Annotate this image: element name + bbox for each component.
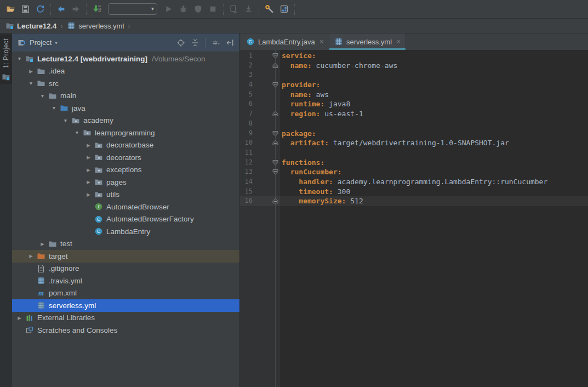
code-line[interactable]: 16 memorySize: 512 — [240, 196, 588, 206]
tree-row[interactable]: ▼learnprogramming — [12, 127, 239, 139]
expand-arrow-icon[interactable]: ▶ — [26, 69, 36, 74]
collapse-arrow-icon[interactable]: ▼ — [72, 130, 82, 135]
panel-title[interactable]: Project — [30, 38, 52, 47]
tree-row[interactable]: ▶External Libraries — [12, 312, 239, 325]
tree-row[interactable]: ▶decoratorbase — [12, 139, 239, 152]
code-line[interactable]: 10 artifact: target/webdrivertraining-1.… — [240, 138, 588, 148]
main-toolbar: 011001▾ — [0, 0, 588, 19]
close-icon[interactable]: × — [319, 38, 324, 45]
svg-text:C: C — [249, 39, 253, 44]
collapse-arrow-icon[interactable]: ▼ — [60, 118, 71, 123]
editor-tab[interactable]: CLambdaEntry.java× — [241, 33, 329, 50]
editor-tab[interactable]: serverless.yml× — [329, 33, 406, 50]
code-text: memorySize: 512 — [279, 196, 363, 206]
scratches-icon — [25, 326, 34, 334]
tree-row[interactable]: ▼Lecture12.4 [webdrivertraining]/Volumes… — [12, 53, 239, 65]
expand-arrow-icon[interactable]: ▶ — [83, 179, 94, 185]
collapse-arrow-icon[interactable]: ▼ — [37, 93, 48, 99]
collapse-arrow-icon[interactable]: ▼ — [26, 81, 36, 86]
code-line[interactable]: 13 runCucumber: — [240, 167, 588, 177]
code-line[interactable]: 5 name: aws — [240, 90, 588, 100]
run-configuration-combobox[interactable]: ▾ — [108, 3, 157, 15]
code-editor[interactable]: 1service:2 name: cucumber-chrome-aws34pr… — [240, 50, 588, 387]
expand-arrow-icon[interactable]: ▶ — [14, 315, 25, 321]
collapse-all-icon[interactable] — [190, 38, 199, 47]
tree-row[interactable]: ▼academy — [12, 115, 239, 127]
breadcrumb-item[interactable]: serverless.yml — [66, 21, 124, 30]
yaml-file-icon — [36, 276, 45, 285]
project-panel-header: Project ▾ — [12, 33, 239, 52]
code-line[interactable]: 15 timeout: 300 — [240, 187, 588, 197]
expand-arrow-icon[interactable]: ▶ — [83, 143, 94, 148]
breadcrumb-item[interactable]: Lecture12.4 — [5, 21, 56, 30]
code-text: package: — [279, 129, 316, 139]
tree-row[interactable]: ▶pages — [12, 176, 239, 189]
hide-panel-icon[interactable] — [225, 38, 235, 47]
run-icon — [161, 2, 176, 16]
settings-icon[interactable] — [262, 2, 277, 16]
yaml-file-icon — [334, 37, 343, 46]
code-line[interactable]: 8 — [240, 119, 588, 129]
tree-row[interactable]: ▼java — [12, 102, 239, 115]
code-line[interactable]: 3 — [240, 70, 588, 80]
tree-row[interactable]: .gitignore — [12, 263, 239, 275]
fold-end-icon[interactable] — [272, 198, 278, 204]
tree-row[interactable]: CAutomatedBrowserFactory — [12, 213, 239, 226]
fold-start-icon[interactable] — [272, 130, 278, 136]
back-icon[interactable] — [54, 2, 68, 16]
project-tool-window-button[interactable]: 1: Project — [0, 35, 12, 84]
expand-arrow-icon[interactable]: ▶ — [37, 241, 48, 247]
tree-row[interactable]: ▶decorators — [12, 151, 239, 164]
panel-header-separator — [205, 38, 205, 47]
tree-row[interactable]: .travis.yml — [12, 275, 239, 287]
expand-arrow-icon[interactable]: ▶ — [83, 192, 94, 197]
fold-start-icon[interactable] — [272, 53, 278, 59]
expand-arrow-icon[interactable]: ▶ — [83, 155, 94, 160]
tree-row[interactable]: ▶target — [12, 250, 239, 263]
code-line[interactable]: 12functions: — [240, 158, 588, 168]
tree-row[interactable]: ▶test — [12, 238, 239, 251]
tree-row[interactable]: CLambdaEntry — [12, 225, 239, 238]
code-line[interactable]: 14 handler: academy.learnprogramming.Lam… — [240, 177, 588, 187]
tree-item-label: utils — [106, 190, 119, 198]
code-line[interactable]: 2 name: cucumber-chrome-aws — [240, 61, 588, 71]
tree-row[interactable]: Scratches and Consoles — [12, 324, 239, 337]
expand-arrow-icon[interactable]: ▶ — [83, 167, 94, 173]
tree-row[interactable]: IAutomatedBrowser — [12, 201, 239, 213]
tree-row[interactable]: mpom.xml — [12, 287, 239, 300]
fold-start-icon[interactable] — [272, 160, 278, 166]
tree-row[interactable]: serverless.yml — [12, 299, 239, 312]
class-icon: C — [94, 215, 103, 224]
vcs-update-icon[interactable]: 011001 — [89, 2, 104, 16]
fold-start-icon[interactable] — [272, 169, 278, 175]
fold-end-icon[interactable] — [272, 62, 278, 69]
tree-row[interactable]: ▼main — [12, 90, 239, 103]
fold-start-icon[interactable] — [272, 82, 278, 88]
code-line[interactable]: 4provider: — [240, 80, 588, 90]
collapse-arrow-icon[interactable]: ▼ — [14, 56, 25, 61]
toolbar-separator — [259, 4, 259, 15]
expand-arrow-icon[interactable]: ▶ — [26, 253, 36, 259]
tree-row[interactable]: ▶.idea — [12, 65, 239, 78]
tree-item-label: .idea — [49, 67, 65, 75]
sync-icon[interactable] — [33, 2, 48, 16]
close-icon[interactable]: × — [396, 38, 401, 45]
tree-row[interactable]: ▼src — [12, 77, 239, 90]
code-line[interactable]: 1service: — [240, 51, 588, 61]
project-structure-icon[interactable] — [277, 2, 292, 16]
toolbar-separator — [294, 4, 295, 15]
collapse-arrow-icon[interactable]: ▼ — [49, 105, 59, 111]
fold-end-icon[interactable] — [272, 111, 278, 117]
code-line[interactable]: 7 region: us-east-1 — [240, 109, 588, 119]
tree-row[interactable]: ▶utils — [12, 189, 239, 201]
tree-row[interactable]: ▶exceptions — [12, 164, 239, 177]
code-line[interactable]: 6 runtime: java8 — [240, 99, 588, 109]
gear-dropdown-icon[interactable] — [211, 38, 220, 47]
code-line[interactable]: 11 — [240, 148, 588, 158]
open-folder-icon[interactable] — [3, 2, 18, 16]
locate-icon[interactable] — [176, 38, 185, 47]
code-line[interactable]: 9package: — [240, 129, 588, 139]
code-text: runtime: java8 — [279, 99, 350, 109]
fold-end-icon[interactable] — [272, 140, 278, 146]
save-all-icon[interactable] — [18, 2, 33, 16]
